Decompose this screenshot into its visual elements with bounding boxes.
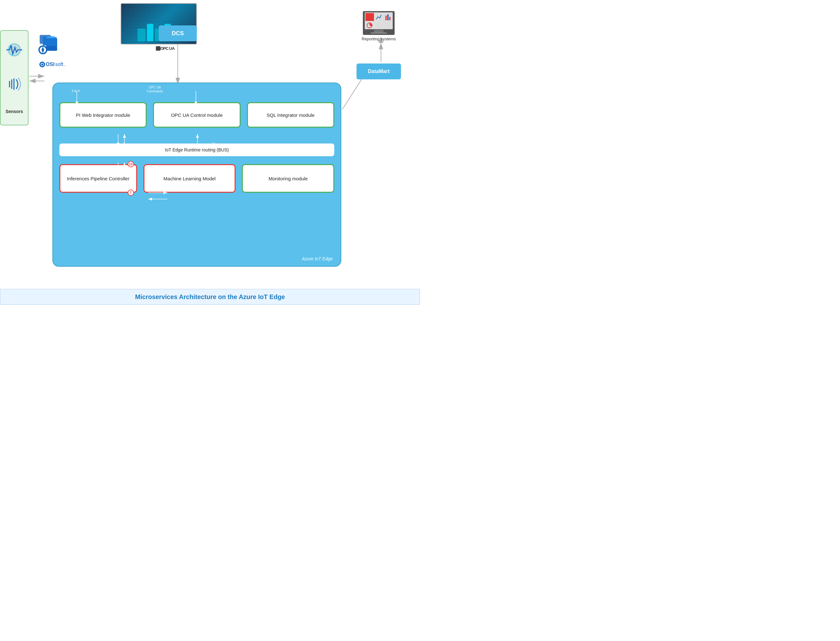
opc-ua-control-box[interactable]: OPC UA Control module xyxy=(153,102,240,128)
inferences-container: Inferences Pipeline Controller 10 7 8 9 xyxy=(60,164,137,193)
svg-rect-9 xyxy=(389,17,391,20)
svg-point-22 xyxy=(42,48,44,51)
opcua-label: ⬛OPC UA xyxy=(156,46,175,51)
svg-rect-5 xyxy=(369,16,370,20)
label-8: 8 xyxy=(145,173,146,177)
monitor-screen xyxy=(365,12,393,29)
pi-web-integrator-label: PI Web Integrator module xyxy=(76,112,130,118)
bus-label: IoT Edge Runtime routing (BUS) xyxy=(165,147,229,152)
dcs-box[interactable]: DCS xyxy=(159,26,197,41)
osisoft-area: OSIsoft. xyxy=(30,33,75,90)
badge-7: 7 xyxy=(128,190,134,196)
dcs-label: DCS xyxy=(172,30,184,37)
sensors-label: Sensors xyxy=(5,109,23,114)
sensor-icon-1 xyxy=(5,42,24,61)
azure-iot-edge-label: Azure IoT Edge xyxy=(302,256,333,261)
sql-integrator-label: SQL Integrator module xyxy=(267,112,315,118)
osisoft-db-icon xyxy=(37,33,68,60)
bottom-banner-text: Microservices Architecture on the Azure … xyxy=(135,293,285,301)
label-3-4: 3 & 4 xyxy=(71,89,80,93)
inferences-pipeline-box[interactable]: Inferences Pipeline Controller xyxy=(60,164,137,193)
bus-row: IoT Edge Runtime routing (BUS) xyxy=(60,143,334,156)
svg-rect-6 xyxy=(371,14,372,20)
inferences-pipeline-label: Inferences Pipeline Controller xyxy=(67,175,130,182)
badge-10: 10 xyxy=(128,161,134,167)
bottom-banner: Microservices Architecture on the Azure … xyxy=(0,289,420,305)
svg-point-19 xyxy=(46,46,57,50)
ml-model-label: Machine Learning Model xyxy=(164,175,216,182)
bottom-modules-row: Inferences Pipeline Controller 10 7 8 9 … xyxy=(60,164,334,193)
reporting-label: Reporting systems xyxy=(362,37,396,41)
datamart-label: DataMart xyxy=(368,69,389,74)
bus-box: IoT Edge Runtime routing (BUS) xyxy=(60,143,334,156)
label-9: 9 xyxy=(145,185,146,188)
svg-rect-4 xyxy=(367,14,368,20)
label-opc-commands: OPC UACommands xyxy=(146,86,163,93)
diagram-container: Reporting systems Sensors xyxy=(0,0,420,305)
top-modules-row: PI Web Integrator module OPC UA Control … xyxy=(60,102,334,128)
azure-iot-edge-box: 3 & 4 OPC UACommands PI Web Integrator m… xyxy=(52,82,341,267)
reporting-systems: Reporting systems xyxy=(353,3,404,41)
ml-model-box[interactable]: Machine Learning Model xyxy=(143,164,236,193)
sensors-box: Sensors xyxy=(0,30,29,126)
reporting-monitor xyxy=(363,11,394,35)
monitoring-module-box[interactable]: Monitoring module xyxy=(242,164,334,193)
svg-rect-7 xyxy=(385,16,387,20)
datamart-box[interactable]: DataMart xyxy=(357,63,401,79)
sensor-icon-2 xyxy=(5,76,24,93)
monitoring-module-label: Monitoring module xyxy=(269,175,307,182)
pi-web-integrator-box[interactable]: PI Web Integrator module xyxy=(60,102,146,128)
sql-integrator-box[interactable]: SQL Integrator module xyxy=(247,102,334,128)
osisoft-logo-text: OSIsoft. xyxy=(39,61,65,67)
opc-ua-control-label: OPC UA Control module xyxy=(171,112,223,118)
svg-rect-8 xyxy=(387,14,389,20)
